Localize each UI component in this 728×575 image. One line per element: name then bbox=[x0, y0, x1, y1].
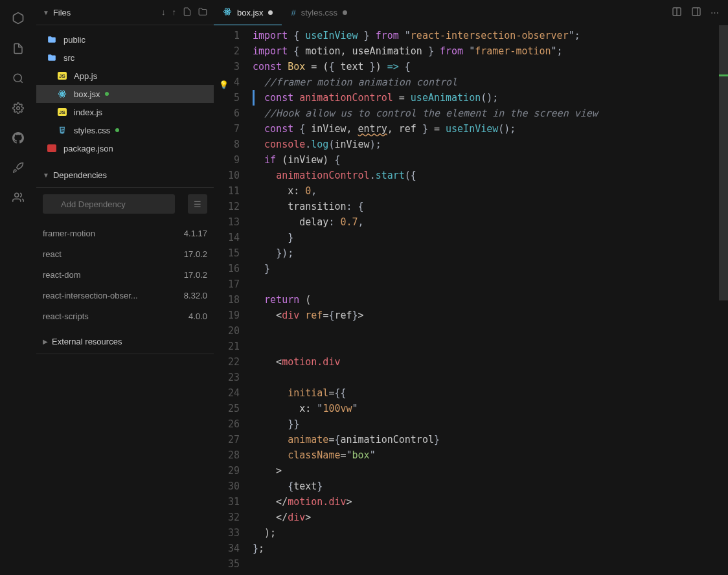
line-number: 31 bbox=[214, 494, 240, 510]
file-icon[interactable] bbox=[12, 43, 24, 54]
file-item-App-js[interactable]: JSApp.js bbox=[36, 67, 214, 85]
lightbulb-icon[interactable]: 💡 bbox=[219, 77, 229, 93]
line-number: 17 bbox=[214, 276, 240, 292]
cube-icon[interactable] bbox=[12, 12, 25, 25]
dep-item[interactable]: react-intersection-obser...8.32.0 bbox=[43, 285, 207, 306]
line-number: 8 bbox=[214, 137, 240, 152]
new-file-icon[interactable] bbox=[183, 7, 192, 18]
line-number: 6 bbox=[214, 106, 240, 121]
tab-styles-css[interactable]: #styles.css bbox=[282, 0, 356, 25]
users-icon[interactable] bbox=[12, 192, 24, 203]
react-icon bbox=[223, 7, 232, 18]
chevron-down-icon: ▼ bbox=[43, 9, 49, 16]
svg-point-4 bbox=[62, 93, 63, 95]
files-panel-title: Files bbox=[53, 8, 161, 17]
line-number: 3 bbox=[214, 59, 240, 74]
chevron-right-icon: ▶ bbox=[43, 338, 48, 345]
line-number: 1 bbox=[214, 28, 240, 43]
rocket-icon[interactable] bbox=[12, 162, 24, 174]
tab-label: box.jsx bbox=[237, 8, 263, 17]
code-line: </motion.div> bbox=[253, 494, 719, 510]
file-name: src bbox=[63, 53, 74, 63]
search-icon[interactable] bbox=[12, 73, 24, 84]
file-name: App.js bbox=[74, 71, 97, 81]
gear-icon[interactable] bbox=[12, 102, 24, 114]
upload-icon[interactable]: ↑ bbox=[172, 7, 177, 18]
line-number: 20 bbox=[214, 323, 240, 339]
code-line: className="box" bbox=[253, 447, 719, 463]
line-number: 29 bbox=[214, 463, 240, 479]
line-number: 7 bbox=[214, 121, 240, 137]
code-line: x: 0, bbox=[253, 183, 719, 199]
line-number: 30 bbox=[214, 479, 240, 494]
code-editor[interactable]: 1234💡56789101112131415161718192021222324… bbox=[214, 25, 728, 575]
code-line bbox=[253, 323, 719, 339]
code-line: ); bbox=[253, 525, 719, 541]
code-line: const Box = ({ text }) => { bbox=[253, 59, 719, 74]
file-item-styles-css[interactable]: styles.css bbox=[36, 121, 214, 139]
line-number: 15 bbox=[214, 245, 240, 261]
code-line: } bbox=[253, 261, 719, 276]
code-line: import { useInView } from "react-interse… bbox=[253, 28, 719, 43]
line-number: 33 bbox=[214, 525, 240, 541]
code-line: const { inView, entry, ref } = useInView… bbox=[253, 121, 719, 137]
minimap[interactable] bbox=[719, 25, 728, 575]
file-item-index-js[interactable]: JSindex.js bbox=[36, 103, 214, 121]
modified-dot bbox=[115, 128, 119, 132]
github-icon[interactable] bbox=[12, 132, 24, 144]
dep-version: 17.0.2 bbox=[184, 270, 207, 280]
dep-item[interactable]: react17.0.2 bbox=[43, 243, 207, 264]
svg-line-1 bbox=[20, 80, 22, 82]
dep-menu-button[interactable]: ☰ bbox=[188, 194, 207, 214]
line-number: 22 bbox=[214, 354, 240, 370]
dep-name: react bbox=[43, 249, 62, 259]
line-number: 24 bbox=[214, 385, 240, 401]
split-editor-icon[interactable] bbox=[672, 6, 682, 19]
code-line bbox=[253, 276, 719, 292]
code-line: > bbox=[253, 463, 719, 479]
file-item-src[interactable]: src bbox=[36, 49, 214, 67]
dep-item[interactable]: react-dom17.0.2 bbox=[43, 264, 207, 285]
code-line: if (inView) { bbox=[253, 152, 719, 168]
code-line: import { motion, useAnimation } from "fr… bbox=[253, 43, 719, 59]
file-tree: publicsrcJSApp.jsbox.jsxJSindex.jsstyles… bbox=[36, 25, 214, 163]
files-panel-header[interactable]: ▼ Files ↓ ↑ bbox=[36, 0, 214, 25]
ext-panel-header[interactable]: ▶ External resources bbox=[36, 329, 214, 354]
code-line: }; bbox=[253, 541, 719, 556]
dep-name: react-scripts bbox=[43, 311, 89, 321]
modified-dot bbox=[268, 10, 273, 15]
code-line: <motion.div bbox=[253, 354, 719, 370]
activity-bar bbox=[0, 0, 36, 575]
code-line: //Hook allow us to control the element i… bbox=[253, 106, 719, 121]
tab-bar: box.jsx#styles.css ⋯ bbox=[214, 0, 728, 25]
modified-dot bbox=[105, 92, 109, 96]
modified-dot bbox=[343, 10, 347, 15]
code-line: {text} bbox=[253, 479, 719, 494]
svg-point-2 bbox=[17, 107, 20, 110]
tab-box-jsx[interactable]: box.jsx bbox=[214, 0, 282, 25]
line-number: 10 bbox=[214, 168, 240, 183]
dep-name: framer-motion bbox=[43, 229, 95, 238]
download-icon[interactable]: ↓ bbox=[161, 7, 166, 18]
new-folder-icon[interactable] bbox=[198, 7, 207, 18]
dependency-list: framer-motion4.1.17react17.0.2react-dom1… bbox=[36, 220, 214, 329]
file-item-public[interactable]: public bbox=[36, 30, 214, 49]
svg-point-3 bbox=[15, 193, 19, 197]
dep-item[interactable]: framer-motion4.1.17 bbox=[43, 223, 207, 243]
file-item-package-json[interactable]: package.json bbox=[36, 139, 214, 157]
line-number: 18 bbox=[214, 292, 240, 308]
deps-panel-header[interactable]: ▼ Dependencies bbox=[36, 163, 214, 188]
code-line: //framer motion animation control bbox=[253, 74, 719, 90]
line-number: 14 bbox=[214, 230, 240, 245]
file-item-box-jsx[interactable]: box.jsx bbox=[36, 85, 214, 103]
add-dependency-input[interactable] bbox=[43, 194, 175, 214]
file-name: public bbox=[63, 35, 85, 45]
line-number: 9 bbox=[214, 152, 240, 168]
layout-icon[interactable] bbox=[691, 6, 701, 19]
dep-version: 4.0.0 bbox=[188, 311, 207, 321]
dep-item[interactable]: react-scripts4.0.0 bbox=[43, 306, 207, 326]
dep-version: 17.0.2 bbox=[184, 249, 207, 259]
line-number: 21 bbox=[214, 339, 240, 354]
more-icon[interactable]: ⋯ bbox=[711, 8, 719, 17]
sidebar: ▼ Files ↓ ↑ publicsrcJSApp.jsbox.jsxJSin… bbox=[36, 0, 214, 575]
